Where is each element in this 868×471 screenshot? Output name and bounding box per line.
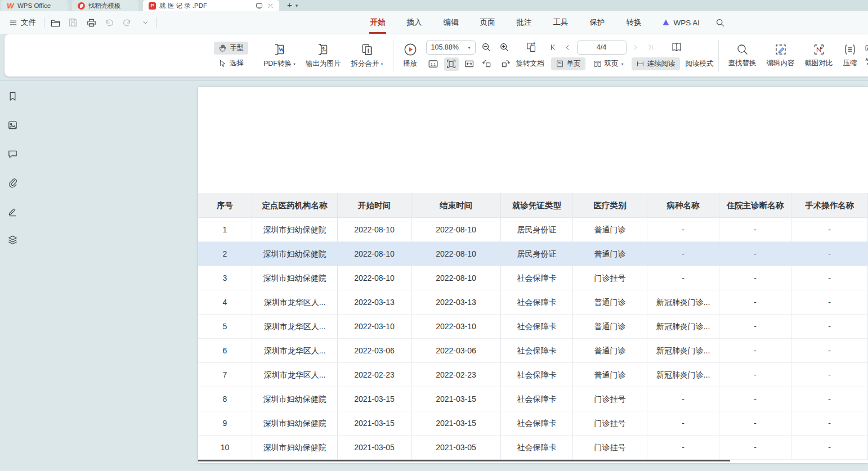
table-cell: 普通门诊	[573, 242, 647, 266]
table-cell: 2022-08-10	[338, 266, 411, 290]
menu-tab-3[interactable]: 编辑	[442, 12, 459, 33]
table-cell: 门诊挂号	[573, 387, 647, 411]
actual-size-button[interactable]: 1:1	[426, 57, 441, 71]
table-cell: 2021-03-15	[411, 387, 501, 411]
previous-page-button[interactable]	[562, 41, 574, 54]
window-tab-bar: W WPS Office 找稻壳模板 P 就 医 记 录 .PDF + ▾	[0, 0, 868, 11]
page-number-input[interactable]	[577, 41, 627, 55]
menu-tab-8[interactable]: 转换	[625, 12, 642, 33]
screenshot-compare-button[interactable]: 截图对比	[800, 41, 838, 70]
find-replace-button[interactable]: 查找替换	[723, 41, 762, 70]
table-header-cell: 病种名称	[647, 193, 719, 218]
split-merge-button[interactable]: 拆分合并▾	[346, 40, 388, 71]
rotate-left-button[interactable]	[480, 57, 495, 71]
pdf-page[interactable]: 序号定点医药机构名称开始时间结束时间就诊凭证类型医疗类别病种名称住院主诊断名称手…	[198, 87, 868, 463]
fit-width-button[interactable]	[462, 57, 477, 71]
rotate-doc-label[interactable]: 旋转文档	[516, 59, 544, 69]
table-cell: 6	[198, 339, 252, 363]
last-page-button[interactable]	[645, 41, 656, 54]
tab-docer-templates[interactable]: 找稻壳模板	[72, 0, 138, 11]
table-cell: 2022-03-10	[411, 315, 501, 339]
table-cell: 社会保障卡	[501, 266, 573, 290]
first-page-button[interactable]	[548, 41, 559, 54]
attachment-icon[interactable]	[6, 175, 20, 190]
edit-content-button[interactable]: 编辑内容	[762, 41, 800, 70]
hand-tool-button[interactable]: 手型	[214, 42, 248, 55]
continuous-read-button[interactable]: 连续阅读	[632, 57, 680, 70]
quickbar-chevron-icon[interactable]	[139, 16, 151, 29]
menu-search-icon[interactable]	[715, 18, 725, 28]
table-cell: 普通门诊	[573, 363, 647, 387]
signature-pen-icon[interactable]	[6, 204, 20, 218]
table-cell: 社会保障卡	[501, 436, 573, 460]
print-button[interactable]	[85, 16, 97, 29]
play-icon	[403, 42, 418, 57]
table-row: 6深圳市龙华区人...2022-03-062022-03-06社会保障卡普通门诊…	[198, 339, 868, 363]
table-cell: -	[719, 363, 791, 387]
single-page-button[interactable]: 单页	[551, 57, 585, 70]
table-cell: -	[791, 290, 868, 315]
menu-tab-1[interactable]: 开始	[369, 12, 386, 33]
thumbnail-icon[interactable]	[6, 118, 20, 132]
table-cell: -	[791, 387, 868, 411]
new-tab-button[interactable]: +	[284, 0, 296, 11]
wps-ai-button[interactable]: WPS AI	[661, 19, 700, 27]
table-cell: 新冠肺炎门诊...	[647, 339, 719, 363]
table-cell: -	[791, 339, 868, 363]
play-label: 播放	[403, 59, 417, 69]
bookmark-icon[interactable]	[6, 89, 20, 104]
split-merge-icon	[360, 42, 374, 57]
rotate-right-button[interactable]	[498, 57, 513, 71]
find-replace-label: 查找替换	[728, 59, 757, 68]
menu-tab-5[interactable]: 批注	[515, 12, 533, 33]
table-cell: 新冠肺炎门诊...	[647, 315, 719, 339]
select-tool-button[interactable]: 选择	[214, 57, 248, 70]
close-tab-icon[interactable]	[267, 3, 274, 9]
horizontal-scrollbar[interactable]	[198, 460, 730, 461]
tab-list-chevron-icon[interactable]: ▾	[296, 3, 298, 8]
tab-wps-office[interactable]: W WPS Office	[1, 0, 68, 11]
table-cell: 2021-03-05	[411, 436, 501, 460]
swap-pages-button[interactable]	[524, 41, 539, 54]
double-page-button[interactable]: 双页 ▾	[589, 57, 628, 70]
hand-tool-label: 手型	[230, 43, 244, 53]
open-file-button[interactable]	[49, 16, 61, 29]
compress-label: 压缩	[843, 59, 857, 68]
fit-page-button[interactable]	[444, 57, 459, 71]
zoom-in-button[interactable]	[497, 41, 512, 54]
tab-medical-record-pdf[interactable]: P 就 医 记 录 .PDF	[143, 0, 279, 11]
compress-button[interactable]: 压缩	[838, 41, 862, 70]
undo-button[interactable]	[103, 16, 115, 29]
next-page-button[interactable]	[630, 41, 641, 54]
table-cell: 深圳市龙华区人...	[252, 290, 338, 315]
table-cell: 2022-03-06	[411, 339, 501, 363]
redo-button[interactable]	[121, 16, 133, 29]
word-translate-button[interactable]: 划词翻译 ▾	[865, 57, 868, 67]
export-image-button[interactable]: 输出为图片	[301, 40, 346, 71]
zoom-level-select[interactable]: 105.88% ▾	[426, 41, 476, 55]
monitor-icon[interactable]	[256, 2, 263, 10]
pdf-convert-button[interactable]: PDF转换▾	[258, 40, 301, 71]
layers-icon[interactable]	[6, 232, 20, 247]
workspace: 序号定点医药机构名称开始时间结束时间就诊凭证类型医疗类别病种名称住院主诊断名称手…	[0, 80, 868, 471]
table-cell: 社会保障卡	[501, 290, 573, 315]
zoom-out-button[interactable]	[479, 41, 494, 54]
play-button[interactable]: 播放	[398, 40, 423, 71]
read-mode-label[interactable]: 阅读模式	[686, 59, 714, 69]
single-page-label: 单页	[567, 59, 581, 69]
table-cell: -	[647, 242, 719, 266]
cursor-icon	[218, 59, 227, 68]
full-translate-icon	[865, 44, 868, 54]
menu-tab-6[interactable]: 工具	[552, 12, 569, 33]
file-menu-button[interactable]: 文件	[6, 15, 39, 30]
full-translate-button[interactable]: 全文翻译	[865, 44, 868, 54]
table-cell: 门诊挂号	[573, 436, 647, 460]
save-button[interactable]	[67, 16, 79, 29]
menu-tab-2[interactable]: 插入	[405, 12, 423, 33]
table-cell: 2022-03-13	[338, 290, 411, 315]
menu-tab-7[interactable]: 保护	[588, 12, 606, 33]
table-cell: 社会保障卡	[501, 339, 573, 363]
comment-icon[interactable]	[6, 146, 20, 161]
menu-tab-4[interactable]: 页面	[478, 12, 496, 33]
divider	[718, 40, 719, 71]
